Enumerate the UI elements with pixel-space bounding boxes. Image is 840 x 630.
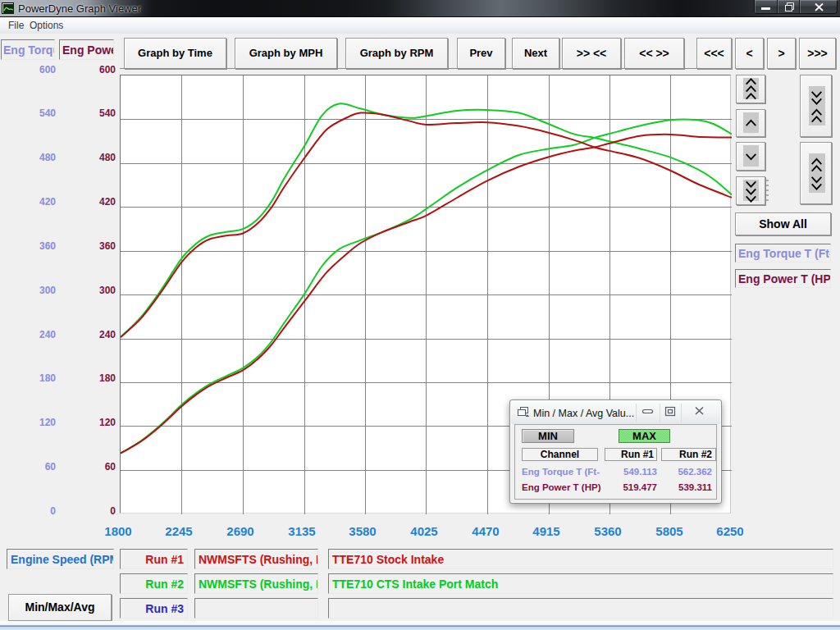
svg-text:Min / Max / Avg Valu...: Min / Max / Avg Valu...	[533, 408, 634, 419]
